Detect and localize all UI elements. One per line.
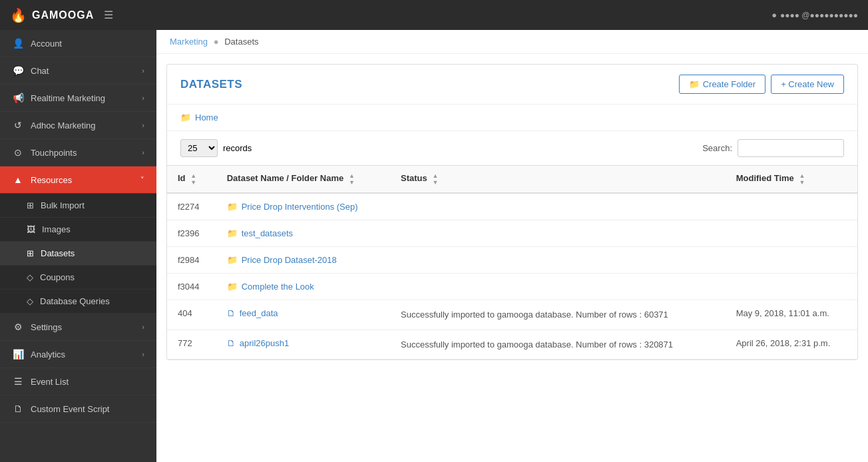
coupons-icon: ◇ xyxy=(27,272,33,282)
analytics-icon: 📊 xyxy=(12,349,24,359)
row-modified xyxy=(726,220,857,247)
sidebar-item-touchpoints[interactable]: ⊙ Touchpoints › xyxy=(0,139,156,166)
folder-icon: 📁 xyxy=(227,282,238,292)
sidebar-item-chat[interactable]: 💬 Chat › xyxy=(0,57,156,85)
folder-link[interactable]: 📁test_datasets xyxy=(227,228,379,238)
row-name: 📁test_datasets xyxy=(216,220,390,247)
row-name-text: Price Drop Dataset-2018 xyxy=(242,255,337,265)
table-controls: 25 50 100 records Search: xyxy=(167,131,857,165)
sidebar-subitem-database-queries[interactable]: ◇ Database Queries xyxy=(0,290,156,314)
images-icon: 🖼 xyxy=(27,224,35,234)
row-name: 🗋april26push1 xyxy=(216,330,390,359)
chevron-right-icon: › xyxy=(142,148,144,156)
folder-link[interactable]: 📁Price Drop Dataset-2018 xyxy=(227,255,379,265)
folder-icon: 📁 xyxy=(689,79,700,89)
chevron-right-icon: › xyxy=(142,323,144,331)
home-folder-icon: 📁 xyxy=(180,113,191,122)
row-status xyxy=(390,247,726,274)
header-actions: 📁 Create Folder + Create New xyxy=(679,75,844,94)
row-id: f2274 xyxy=(167,193,216,220)
sidebar-item-realtime-marketing[interactable]: 📢 Realtime Marketing › xyxy=(0,85,156,112)
row-status: Successfully imported to gamooga databas… xyxy=(390,330,726,359)
row-status: Successfully imported to gamooga databas… xyxy=(390,300,726,330)
sort-icon[interactable]: ▲▼ xyxy=(190,172,196,186)
search-area: Search: xyxy=(702,139,844,157)
sort-icon[interactable]: ▲▼ xyxy=(799,172,805,186)
folder-link[interactable]: 📁Complete the Look xyxy=(227,282,379,292)
sidebar-item-account[interactable]: 👤 Account xyxy=(0,30,156,57)
account-icon: 👤 xyxy=(12,38,24,49)
chevron-right-icon: › xyxy=(142,350,144,358)
settings-icon: ⚙ xyxy=(12,322,24,332)
table-row: f2984📁Price Drop Dataset-2018 xyxy=(167,247,857,274)
brand-name: GAMOOGA xyxy=(32,9,94,21)
database-icon: ◇ xyxy=(27,296,33,306)
row-name-text: test_datasets xyxy=(242,228,293,238)
sidebar-item-resources[interactable]: ▲ Resources ˅ xyxy=(0,166,156,194)
menu-icon[interactable]: ☰ xyxy=(104,9,113,21)
sidebar-subitem-datasets[interactable]: ⊞ Datasets xyxy=(0,242,156,266)
sidebar-item-label: Account xyxy=(31,39,144,49)
datasets-panel: DATASETS 📁 Create Folder + Create New 📁 … xyxy=(166,64,858,360)
sidebar-item-custom-event-script[interactable]: 🗋 Custom Event Script xyxy=(0,395,156,423)
file-icon: 🗋 xyxy=(227,338,236,348)
file-icon: 🗋 xyxy=(227,308,236,318)
sidebar-item-label: Adhoc Marketing xyxy=(31,120,142,130)
create-new-button[interactable]: + Create New xyxy=(771,75,844,94)
sidebar-item-label: Chat xyxy=(31,66,142,76)
sidebar-item-analytics[interactable]: 📊 Analytics › xyxy=(0,341,156,368)
folder-link[interactable]: 📁Price Drop Interventions (Sep) xyxy=(227,202,379,212)
sidebar-item-label: Event List xyxy=(31,377,144,387)
col-modified: Modified Time ▲▼ xyxy=(726,166,857,194)
home-label[interactable]: Home xyxy=(195,113,218,122)
file-link[interactable]: 🗋feed_data xyxy=(227,308,379,318)
folder-path: 📁 Home xyxy=(167,105,857,131)
sidebar-subitem-images[interactable]: 🖼 Images xyxy=(0,218,156,242)
row-modified xyxy=(726,274,857,300)
touchpoints-icon: ⊙ xyxy=(12,147,24,158)
script-icon: 🗋 xyxy=(12,403,24,414)
row-name: 🗋feed_data xyxy=(216,300,390,330)
sidebar-item-adhoc-marketing[interactable]: ↺ Adhoc Marketing › xyxy=(0,112,156,139)
row-modified: May 9, 2018, 11:01 a.m. xyxy=(726,300,857,330)
chevron-right-icon: › xyxy=(142,121,144,129)
row-status xyxy=(390,193,726,220)
sort-icon[interactable]: ▲▼ xyxy=(349,172,355,186)
col-id: Id ▲▼ xyxy=(167,166,216,194)
main-layout: 👤 Account 💬 Chat › 📢 Realtime Marketing … xyxy=(0,30,868,462)
search-input[interactable] xyxy=(738,139,844,157)
datasets-icon: ⊞ xyxy=(27,248,34,258)
sidebar-item-label: Touchpoints xyxy=(31,148,142,158)
bulk-import-icon: ⊞ xyxy=(27,200,34,210)
row-status xyxy=(390,220,726,247)
table-row: f2396📁test_datasets xyxy=(167,220,857,247)
sidebar-item-event-list[interactable]: ☰ Event List xyxy=(0,368,156,395)
sidebar-item-label: Custom Event Script xyxy=(31,404,144,414)
datasets-title: DATASETS xyxy=(180,78,242,91)
sidebar-subitem-bulk-import[interactable]: ⊞ Bulk Import xyxy=(0,194,156,218)
table-row: 404🗋feed_dataSuccessfully imported to ga… xyxy=(167,300,857,330)
user-info: ● ●●●● @●●●●●●●●●● xyxy=(771,10,858,20)
row-id: f3044 xyxy=(167,274,216,300)
user-avatar-icon: ● xyxy=(771,10,777,20)
chevron-down-icon: ˅ xyxy=(140,176,144,184)
folder-icon: 📁 xyxy=(227,202,238,212)
sidebar: 👤 Account 💬 Chat › 📢 Realtime Marketing … xyxy=(0,30,156,462)
sidebar-subitem-label: Images xyxy=(42,224,71,234)
row-name: 📁Complete the Look xyxy=(216,274,390,300)
row-name-text: april26push1 xyxy=(240,338,289,348)
records-select: 25 50 100 records xyxy=(180,139,252,157)
records-per-page-select[interactable]: 25 50 100 xyxy=(180,139,218,157)
breadcrumb-parent[interactable]: Marketing xyxy=(170,37,208,47)
file-link[interactable]: 🗋april26push1 xyxy=(227,338,379,348)
sort-icon[interactable]: ▲▼ xyxy=(432,172,438,186)
sidebar-subitem-coupons[interactable]: ◇ Coupons xyxy=(0,266,156,290)
row-name-text: Complete the Look xyxy=(242,282,314,292)
resources-icon: ▲ xyxy=(12,174,24,185)
table-row: f3044📁Complete the Look xyxy=(167,274,857,300)
table-header: Id ▲▼ Dataset Name / Folder Name ▲▼ Stat… xyxy=(167,166,857,194)
folder-icon: 📁 xyxy=(227,228,238,238)
create-folder-button[interactable]: 📁 Create Folder xyxy=(679,75,765,94)
content-area: Marketing ● Datasets DATASETS 📁 Create F… xyxy=(156,30,868,462)
sidebar-item-settings[interactable]: ⚙ Settings › xyxy=(0,314,156,341)
